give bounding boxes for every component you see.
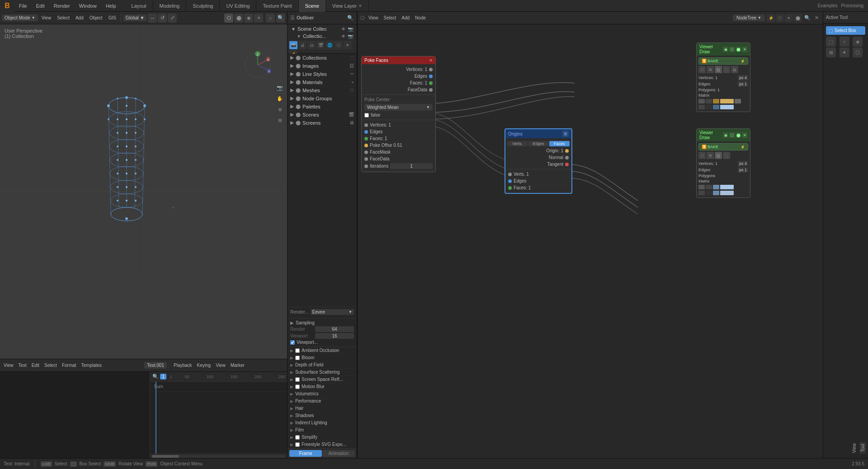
- mini-icon-4[interactable]: ⬚: [723, 66, 730, 73]
- scene-cam-icon[interactable]: 📷: [348, 27, 353, 32]
- gis-menu[interactable]: GIS: [106, 14, 118, 21]
- hair-section[interactable]: ▶ Hair: [288, 405, 357, 412]
- playback-menu[interactable]: Playback: [172, 362, 194, 369]
- select-menu[interactable]: Select: [55, 14, 72, 21]
- sidebar-tab-view[interactable]: View: [851, 441, 858, 455]
- timeline-scrollbar-thumb[interactable]: [152, 455, 179, 458]
- text-templates-menu[interactable]: Templates: [80, 362, 104, 369]
- v1-edges-field[interactable]: px 1: [738, 81, 748, 87]
- viewer-1-icon-2[interactable]: ⬡: [729, 47, 735, 52]
- scale-tool[interactable]: ⤢: [168, 14, 177, 23]
- tool-icon-6[interactable]: ⬡: [853, 47, 863, 57]
- tab-sculpting[interactable]: Sculpting: [186, 0, 220, 12]
- mini-icon-2[interactable]: ⊞: [707, 66, 714, 73]
- transform-global[interactable]: Global ▼: [123, 14, 147, 21]
- freestyle-section[interactable]: ▶ Freestyle SVG Expo...: [288, 441, 357, 448]
- view-menu[interactable]: View: [39, 14, 54, 21]
- node-add-menu[interactable]: Add: [400, 14, 411, 21]
- tab-scene[interactable]: Scene: [299, 0, 326, 12]
- text-select-menu[interactable]: Select: [42, 362, 59, 369]
- data-block-meshes[interactable]: ▶ ⬤ Meshes ⬡: [288, 86, 357, 94]
- frame-tab[interactable]: Frame: [289, 450, 322, 457]
- text-format-menu[interactable]: Format: [60, 362, 78, 369]
- object-menu[interactable]: Object: [87, 14, 105, 21]
- matrix-swatch-7[interactable]: [706, 105, 712, 109]
- node-view-menu[interactable]: View: [367, 14, 380, 21]
- mini-icon-5[interactable]: ▤: [731, 66, 738, 73]
- prop-icon-view-layer[interactable]: 🗂: [307, 41, 316, 49]
- tool-icon-4[interactable]: ⊞: [826, 47, 836, 57]
- search-btn[interactable]: 🔍: [276, 14, 285, 23]
- depth-of-field-section[interactable]: ▶ Depth of Field: [288, 361, 357, 369]
- motion-blur-section[interactable]: ▶ Motion Blur: [288, 383, 357, 390]
- data-block-materials[interactable]: ▶ ⬤ Materials ●: [288, 78, 357, 86]
- collection-eye-icon[interactable]: 👁: [341, 34, 346, 39]
- bloom-section[interactable]: ▶ Bloom: [288, 354, 357, 361]
- poke-faces-close-icon[interactable]: ✕: [429, 58, 433, 63]
- prop-icon-output[interactable]: 🖨: [298, 41, 307, 49]
- tab-view-layer[interactable]: View Layer ✕: [326, 0, 369, 12]
- v2-matrix-swatch-2[interactable]: [706, 185, 712, 189]
- v2-edges-field[interactable]: px 1: [738, 167, 748, 173]
- render-engine-dropdown[interactable]: Eevee ▼: [311, 309, 354, 315]
- simplify-section[interactable]: ▶ Simplify: [288, 434, 357, 441]
- outliner-search[interactable]: 🔍: [347, 14, 354, 22]
- scene-eye-icon[interactable]: 👁: [341, 27, 346, 32]
- material-shading[interactable]: ◉: [244, 14, 253, 23]
- prop-icon-particles[interactable]: ✦: [344, 41, 352, 49]
- rendered-shading[interactable]: ☀: [254, 14, 263, 23]
- mini-icon-1[interactable]: ⬡: [698, 66, 706, 73]
- v2-mini-icon-4[interactable]: ⬚: [723, 152, 730, 159]
- v2-matrix-swatch-1[interactable]: [698, 185, 705, 189]
- solid-shading[interactable]: ⬤: [234, 14, 243, 23]
- viewport-3d[interactable]: User Perspective (1) Collection: [0, 24, 287, 359]
- text-edit-menu[interactable]: Edit: [30, 362, 41, 369]
- performance-section[interactable]: ▶ Performance: [288, 398, 357, 405]
- v2-matrix-swatch-3[interactable]: [713, 185, 719, 189]
- prop-icon-render[interactable]: 📷: [289, 41, 297, 49]
- menu-render[interactable]: Render: [49, 0, 75, 12]
- text-name-field[interactable]: Text.001: [144, 362, 167, 369]
- matrix-swatch-2[interactable]: [706, 99, 712, 103]
- render-samples-field[interactable]: 64: [315, 326, 354, 332]
- outliner-item-scene-collection[interactable]: ▼ Scene Collec 👁 📷: [289, 25, 355, 33]
- prop-icon-object[interactable]: ⬡: [335, 41, 343, 49]
- offset-relative-checkbox[interactable]: [364, 113, 369, 117]
- viewer-2-icon-1[interactable]: ◉: [723, 132, 728, 138]
- tab-uv-editing[interactable]: UV Editing: [220, 0, 256, 12]
- marker-menu[interactable]: Marker: [229, 362, 246, 369]
- viewport-hand-icon[interactable]: ✋: [275, 94, 284, 103]
- timeline-view-menu[interactable]: View: [214, 362, 227, 369]
- object-mode-dropdown[interactable]: Object Mode ▼: [2, 14, 38, 21]
- data-block-collections[interactable]: ▶ ⬤ Collections ⬚: [288, 54, 357, 62]
- v2-matrix-swatch-5[interactable]: [698, 191, 705, 195]
- node-close-btn[interactable]: ✕: [813, 14, 820, 22]
- poke-faces-node[interactable]: Poke Faces ✕ Vertices: 1 Edges: [361, 56, 436, 172]
- v2-mini-icon-2[interactable]: ⊞: [707, 152, 714, 159]
- keying-menu[interactable]: Keying: [195, 362, 213, 369]
- node-icon-btn-2[interactable]: ⬡: [776, 14, 784, 22]
- node-select-menu[interactable]: Select: [382, 14, 398, 21]
- viewer-1-bake-btn[interactable]: ⏬ BAKE ⚡: [698, 57, 748, 65]
- data-block-screens[interactable]: ▶ ⬤ Screens 🖥: [288, 119, 357, 127]
- menu-window[interactable]: Window: [75, 0, 101, 12]
- viewer-2-icon-4[interactable]: ✕: [742, 132, 747, 138]
- data-block-images[interactable]: ▶ ⬤ Images 🖼: [288, 62, 357, 70]
- collection-cam-icon[interactable]: 📷: [348, 34, 353, 39]
- v2-matrix-swatch-6[interactable]: [706, 191, 712, 195]
- origins-faces-tab[interactable]: Faces: [549, 141, 570, 146]
- screen-space-reflections-section[interactable]: ▶ Screen Space Refl...: [288, 376, 357, 383]
- sidebar-tab-tool[interactable]: Tool: [859, 442, 866, 454]
- origins-edges-tab[interactable]: Edges: [528, 141, 548, 146]
- search-frame-icon[interactable]: 🔍: [152, 373, 159, 380]
- node-canvas[interactable]: Poke Faces ✕ Vertices: 1 Edges: [358, 24, 823, 458]
- tab-texture-paint[interactable]: Texture Paint: [256, 0, 298, 12]
- data-block-line-styles[interactable]: ▶ ⬤ Line Styles ✏: [288, 70, 357, 78]
- iterations-value-field[interactable]: 1: [390, 163, 433, 169]
- data-block-node-groups[interactable]: ▶ ⬤ Node Groups: [288, 94, 357, 103]
- node-icon-btn-4[interactable]: ⬤: [794, 14, 802, 22]
- viewport-camera-icon[interactable]: 📷: [275, 83, 284, 92]
- origins-verts-tab[interactable]: Verts.: [507, 141, 528, 146]
- v2-matrix-swatch-8[interactable]: [720, 191, 734, 195]
- node-tree-selector[interactable]: NodeTree ▼: [733, 14, 765, 21]
